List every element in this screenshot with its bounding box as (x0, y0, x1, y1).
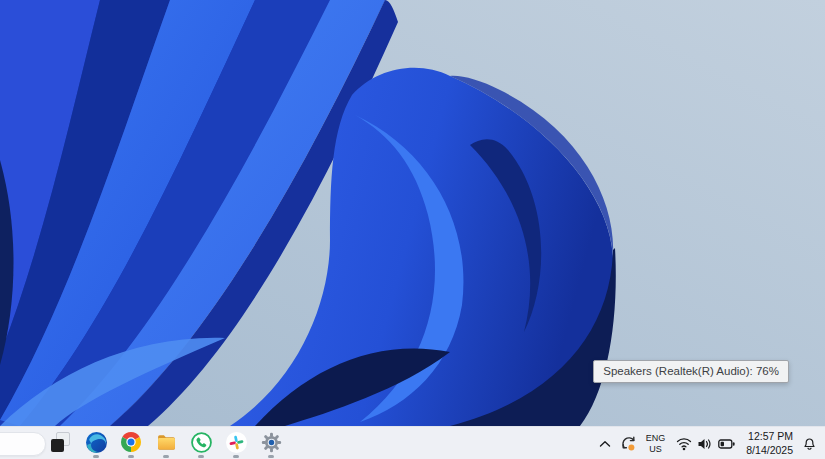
volume-tooltip: Speakers (Realtek(R) Audio): 76% (593, 360, 789, 383)
hidden-icons-button[interactable] (599, 430, 611, 458)
system-tray: ENG US (599, 427, 825, 459)
settings-running-indicator (268, 455, 274, 458)
edge-button[interactable] (84, 427, 108, 459)
file-explorer-icon (155, 431, 177, 453)
battery-icon (718, 438, 735, 450)
whatsapp-icon (190, 431, 212, 453)
notification-center-button[interactable] (802, 430, 817, 458)
whatsapp-running-indicator (198, 455, 204, 458)
volume-icon (697, 437, 713, 451)
quick-settings-button[interactable] (674, 437, 737, 451)
task-view-icon (50, 431, 72, 453)
edge-running-indicator (93, 455, 99, 458)
whatsapp-button[interactable] (189, 427, 213, 459)
slack-running-indicator (233, 455, 239, 458)
search-box[interactable] (0, 432, 46, 456)
file-explorer-running-indicator (163, 455, 169, 458)
desktop-wallpaper[interactable]: Speakers (Realtek(R) Audio): 76% (0, 0, 825, 426)
clock-button[interactable]: 12:57 PM 8/14/2025 (746, 430, 793, 458)
chevron-up-icon (599, 440, 611, 448)
notification-bell-icon (802, 436, 817, 451)
taskbar-app-icons (49, 427, 283, 459)
settings-button[interactable] (259, 427, 283, 459)
taskbar: ENG US (0, 426, 825, 459)
chrome-icon (120, 431, 142, 453)
edge-icon (85, 431, 107, 453)
update-pending-button[interactable] (620, 430, 637, 458)
file-explorer-button[interactable] (154, 427, 178, 459)
language-indicator[interactable]: ENG US (646, 430, 666, 458)
clock-time: 12:57 PM (746, 430, 793, 443)
screen: Speakers (Realtek(R) Audio): 76% (0, 0, 825, 459)
task-view-button[interactable] (49, 427, 73, 459)
language-line2: US (646, 444, 666, 455)
chrome-running-indicator (128, 455, 134, 458)
chrome-button[interactable] (119, 427, 143, 459)
settings-gear-icon (260, 431, 282, 453)
update-restart-icon (620, 435, 637, 452)
slack-button[interactable] (224, 427, 248, 459)
language-line1: ENG (646, 433, 666, 444)
slack-icon (225, 431, 247, 453)
wifi-icon (676, 437, 692, 451)
clock-date: 8/14/2025 (746, 444, 793, 457)
